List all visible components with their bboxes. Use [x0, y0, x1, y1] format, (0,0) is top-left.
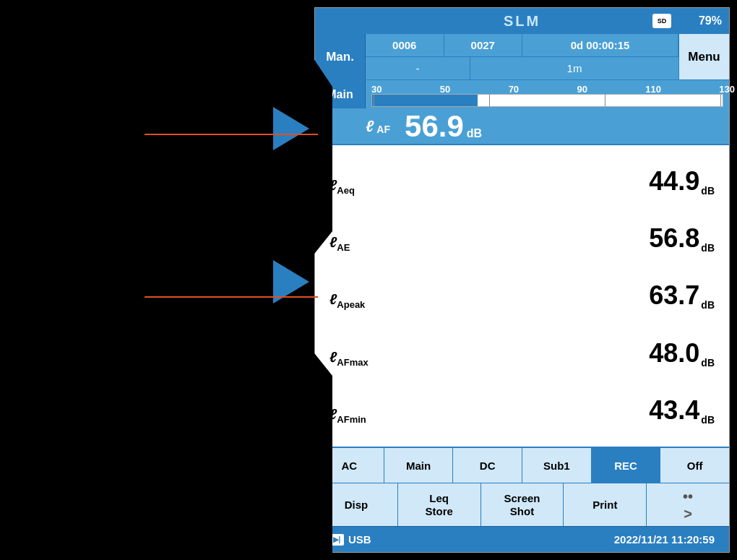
meas-value-0: 44.9 — [649, 166, 699, 197]
bottom-row2-btn-3[interactable]: Print — [564, 483, 647, 526]
app-title: SLM — [504, 13, 540, 30]
laf-label: ℓ — [366, 117, 374, 136]
scale-tick-4 — [720, 95, 721, 106]
counter2: 0027 — [444, 34, 523, 56]
main-bar-top: Main 30 50 70 90 110 130 — [315, 80, 729, 108]
status-bar: ▶| USB 2022/11/21 11:20:59 — [315, 526, 729, 552]
ui-panel: SLM SD 79% Man. 0006 0027 0d 00:00:15 - … — [314, 7, 730, 553]
bottom-row1-btn-rec[interactable]: REC — [592, 448, 661, 483]
scale-70: 70 — [509, 84, 519, 95]
datetime: 2022/11/21 11:20:59 — [614, 533, 715, 546]
meas-unit-0: dB — [701, 185, 715, 197]
usb-label: USB — [348, 533, 371, 546]
meas-value-4: 43.4 — [649, 395, 699, 426]
laf-unit: dB — [467, 127, 482, 140]
device-line-red — [145, 134, 318, 135]
arrow-right-blue — [273, 107, 309, 150]
meas-label-0: ℓAeq — [329, 177, 416, 196]
scale-row: 30 50 70 90 110 130 — [366, 82, 729, 107]
main-bar: Main 30 50 70 90 110 130 — [315, 80, 729, 145]
bottom-row1-btn-sub1[interactable]: Sub1 — [522, 448, 592, 483]
meas-label-3: ℓAFmax — [329, 349, 416, 368]
sd-icon: SD — [652, 14, 671, 28]
scale-50: 50 — [440, 84, 450, 95]
counters: 0006 0027 0d 00:00:15 - 1m — [366, 34, 678, 79]
scale-110: 110 — [645, 84, 661, 95]
bottom-row2-btn-4[interactable]: ••> — [647, 483, 729, 526]
bottom-row1-btn-main[interactable]: Main — [384, 448, 454, 483]
interval: 1m — [470, 57, 678, 79]
scale-max: 130 — [719, 84, 735, 95]
title-bar: SLM SD 79% — [315, 8, 729, 34]
info-row: Man. 0006 0027 0d 00:00:15 - 1m Menu — [315, 34, 729, 80]
battery-indicator: 79% — [699, 14, 722, 27]
laf-subscript: AF — [376, 124, 390, 135]
counters-top: 0006 0027 0d 00:00:15 — [366, 34, 678, 57]
laf-row: ℓ AF 56.9 dB — [315, 108, 729, 144]
measurement-row-0: ℓAeq44.9dB — [329, 166, 715, 197]
scale-tick-3 — [605, 95, 605, 106]
meas-label-4: ℓAFmin — [329, 406, 416, 425]
scale-tick-2 — [489, 95, 490, 106]
measurement-row-3: ℓAFmax48.0dB — [329, 338, 715, 369]
meas-value-1: 56.8 — [649, 223, 699, 254]
scale-ticks — [372, 95, 723, 106]
scale-min: 30 — [371, 84, 382, 95]
bottom-row1: ACMainDCSub1RECOff — [315, 447, 729, 483]
meas-unit-1: dB — [701, 242, 715, 254]
measurement-row-2: ℓApeak63.7dB — [329, 280, 715, 311]
bottom-row1-btn-dc[interactable]: DC — [453, 448, 522, 483]
scale-90: 90 — [577, 84, 587, 95]
measurement-row-4: ℓAFmin43.4dB — [329, 395, 715, 426]
bottom-row2-btn-1[interactable]: LeqStore — [398, 483, 481, 526]
measurement-row-1: ℓAE56.8dB — [329, 223, 715, 254]
meas-unit-2: dB — [701, 299, 715, 311]
status-left: ▶| USB — [329, 533, 371, 546]
meas-value-3: 48.0 — [649, 338, 699, 369]
bottom-row1-btn-off[interactable]: Off — [660, 448, 729, 483]
bottom-row2: DispLeqStoreScreenShotPrint••> — [315, 483, 729, 526]
measurements-panel: ℓAeq44.9dBℓAE56.8dBℓApeak63.7dBℓAFmax48.… — [315, 145, 729, 447]
dash-label: - — [366, 57, 470, 79]
bottom-row2-btn-2[interactable]: ScreenShot — [481, 483, 564, 526]
laf-value: 56.9 — [405, 109, 464, 144]
meas-label-2: ℓApeak — [329, 291, 416, 310]
meas-unit-3: dB — [701, 357, 715, 369]
counters-bottom: - 1m — [366, 57, 678, 79]
scale-tick-1 — [374, 95, 374, 106]
menu-button[interactable]: Menu — [678, 34, 729, 79]
meas-unit-4: dB — [701, 414, 715, 426]
scale-bar-container — [371, 94, 723, 107]
device-line-red2 — [145, 296, 318, 298]
timer: 0d 00:00:15 — [522, 34, 678, 56]
meas-label-1: ℓAE — [329, 234, 416, 253]
meas-value-2: 63.7 — [649, 280, 699, 311]
counter1: 0006 — [366, 34, 444, 56]
scale-labels: 30 50 70 90 110 130 — [371, 84, 735, 95]
